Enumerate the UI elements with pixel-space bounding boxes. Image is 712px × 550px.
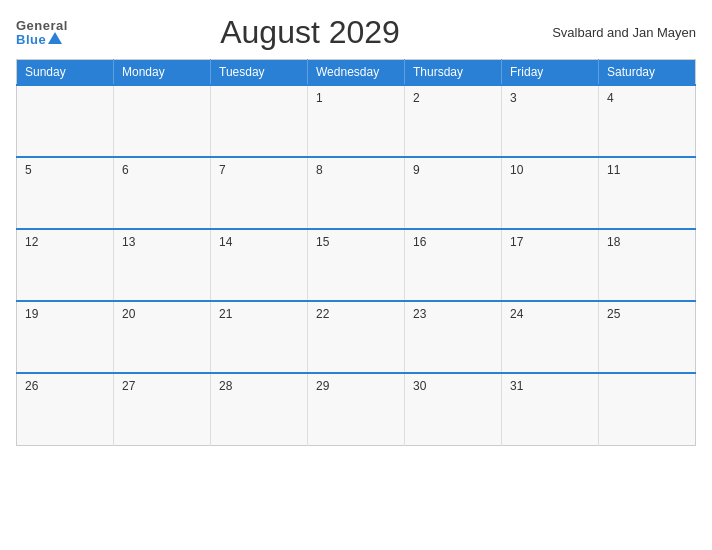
calendar-empty-cell [114, 85, 211, 157]
day-number: 27 [122, 379, 135, 393]
calendar-table: SundayMondayTuesdayWednesdayThursdayFrid… [16, 59, 696, 446]
calendar-empty-cell [17, 85, 114, 157]
calendar-day-12: 12 [17, 229, 114, 301]
calendar-day-5: 5 [17, 157, 114, 229]
calendar-week-3: 12131415161718 [17, 229, 696, 301]
calendar-empty-cell [211, 85, 308, 157]
day-number: 8 [316, 163, 323, 177]
calendar-day-6: 6 [114, 157, 211, 229]
calendar-day-19: 19 [17, 301, 114, 373]
day-number: 16 [413, 235, 426, 249]
calendar-day-22: 22 [308, 301, 405, 373]
calendar-week-4: 19202122232425 [17, 301, 696, 373]
calendar-day-13: 13 [114, 229, 211, 301]
page-header: General Blue August 2029 Svalbard and Ja… [16, 10, 696, 55]
calendar-day-29: 29 [308, 373, 405, 445]
day-number: 9 [413, 163, 420, 177]
calendar-day-11: 11 [599, 157, 696, 229]
weekday-tuesday: Tuesday [211, 60, 308, 86]
day-number: 28 [219, 379, 232, 393]
day-number: 23 [413, 307, 426, 321]
calendar-day-10: 10 [502, 157, 599, 229]
day-number: 2 [413, 91, 420, 105]
day-number: 25 [607, 307, 620, 321]
calendar-day-8: 8 [308, 157, 405, 229]
day-number: 30 [413, 379, 426, 393]
day-number: 10 [510, 163, 523, 177]
calendar-empty-cell [599, 373, 696, 445]
day-number: 29 [316, 379, 329, 393]
calendar-day-27: 27 [114, 373, 211, 445]
day-number: 3 [510, 91, 517, 105]
month-title: August 2029 [68, 14, 552, 51]
day-number: 5 [25, 163, 32, 177]
calendar-day-15: 15 [308, 229, 405, 301]
calendar-day-28: 28 [211, 373, 308, 445]
calendar-day-7: 7 [211, 157, 308, 229]
weekday-friday: Friday [502, 60, 599, 86]
day-number: 24 [510, 307, 523, 321]
calendar-week-2: 567891011 [17, 157, 696, 229]
calendar-day-17: 17 [502, 229, 599, 301]
day-number: 4 [607, 91, 614, 105]
day-number: 19 [25, 307, 38, 321]
day-number: 14 [219, 235, 232, 249]
calendar-day-20: 20 [114, 301, 211, 373]
weekday-header-row: SundayMondayTuesdayWednesdayThursdayFrid… [17, 60, 696, 86]
day-number: 21 [219, 307, 232, 321]
day-number: 1 [316, 91, 323, 105]
calendar-week-5: 262728293031 [17, 373, 696, 445]
calendar-day-26: 26 [17, 373, 114, 445]
calendar-day-24: 24 [502, 301, 599, 373]
calendar-day-14: 14 [211, 229, 308, 301]
day-number: 17 [510, 235, 523, 249]
weekday-saturday: Saturday [599, 60, 696, 86]
weekday-thursday: Thursday [405, 60, 502, 86]
region-label: Svalbard and Jan Mayen [552, 25, 696, 40]
weekday-monday: Monday [114, 60, 211, 86]
logo-triangle-icon [48, 32, 62, 44]
day-number: 6 [122, 163, 129, 177]
day-number: 15 [316, 235, 329, 249]
day-number: 31 [510, 379, 523, 393]
calendar-day-1: 1 [308, 85, 405, 157]
calendar-day-16: 16 [405, 229, 502, 301]
day-number: 13 [122, 235, 135, 249]
calendar-day-4: 4 [599, 85, 696, 157]
weekday-sunday: Sunday [17, 60, 114, 86]
weekday-wednesday: Wednesday [308, 60, 405, 86]
calendar-day-25: 25 [599, 301, 696, 373]
calendar-day-23: 23 [405, 301, 502, 373]
logo-blue-text: Blue [16, 33, 46, 46]
day-number: 22 [316, 307, 329, 321]
day-number: 18 [607, 235, 620, 249]
calendar-week-1: 1234 [17, 85, 696, 157]
day-number: 26 [25, 379, 38, 393]
day-number: 11 [607, 163, 620, 177]
calendar-day-21: 21 [211, 301, 308, 373]
calendar-day-9: 9 [405, 157, 502, 229]
calendar-day-3: 3 [502, 85, 599, 157]
logo-general-text: General [16, 19, 68, 32]
calendar-day-30: 30 [405, 373, 502, 445]
logo: General Blue [16, 19, 68, 46]
calendar-day-2: 2 [405, 85, 502, 157]
calendar-day-31: 31 [502, 373, 599, 445]
day-number: 20 [122, 307, 135, 321]
calendar-day-18: 18 [599, 229, 696, 301]
day-number: 12 [25, 235, 38, 249]
day-number: 7 [219, 163, 226, 177]
